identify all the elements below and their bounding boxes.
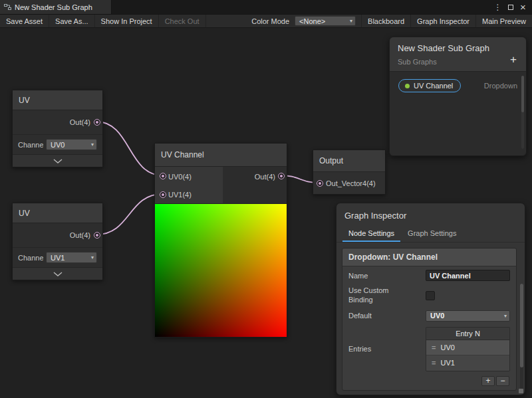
node-uv-channel[interactable]: UV Channel UV0(4) UV1(4) Out(4) [154,143,287,338]
inspector-scrollbar[interactable] [520,284,523,391]
entries-header: Entry N [426,328,509,340]
port-label: Out(4) [70,118,90,126]
main-preview-toggle-button[interactable]: Main Preview [476,15,532,27]
entry-row-uv1[interactable]: = UV1 [426,355,509,371]
entries-footer: + − [342,373,516,386]
entries-list: Entry N = UV0 = UV1 [426,327,510,371]
remove-entry-button[interactable]: − [496,376,509,386]
drag-handle-icon[interactable]: = [432,359,436,367]
output-port[interactable] [94,232,100,239]
save-as-button[interactable]: Save As... [49,15,95,27]
port-label: Out(4) [255,173,275,181]
collapse-chevron-button[interactable] [13,267,102,280]
menu-kebab-icon[interactable]: ⋮ [493,2,503,13]
blackboard-item-uv-channel[interactable]: UV Channel [398,79,461,92]
channel-dropdown[interactable]: UV1 ▾ [46,252,97,263]
channel-value: UV1 [51,254,65,262]
edge-uv0-to-uvchannel[interactable] [96,122,162,175]
show-in-project-button[interactable]: Show In Project [95,15,159,27]
node-title[interactable]: UV [13,90,102,110]
channel-value: UV0 [51,141,65,149]
default-dropdown[interactable]: UV0 ▾ [426,310,510,322]
input-port-uv0[interactable] [160,173,166,179]
default-value: UV0 [430,312,444,320]
color-mode-dropdown[interactable]: <None> ▾ [295,16,356,26]
graph-inspector-toggle-button[interactable]: Graph Inspector [411,15,476,27]
channel-row: Channel UV1 ▾ [13,247,102,267]
add-property-button[interactable]: + [507,53,519,66]
tab-node-settings[interactable]: Node Settings [342,227,400,242]
node-output[interactable]: Output Out_Vector4(4) [313,149,386,195]
tab-graph-settings[interactable]: Graph Settings [402,227,462,242]
node-title[interactable]: UV Channel [155,144,287,167]
entries-row: Entries Entry N = UV0 = UV1 [342,324,516,373]
output-row: Out(4) [13,110,102,134]
graph-canvas[interactable]: UV Out(4) Channel UV0 ▾ UV Out( [0,28,532,398]
dropdown-property-dot-icon [405,84,410,88]
section-title: Dropdown: UV Channel [342,249,516,266]
output-port[interactable] [278,173,285,179]
channel-label: Channel [18,141,43,149]
blackboard-toggle-button[interactable]: Blackboard [361,15,411,27]
node-body: Out_Vector4(4) [313,172,385,194]
tab-bar: New Shader Sub Graph ⋮ × [0,0,532,15]
channel-label: Channel [18,254,43,262]
inspector-tabs: Node Settings Graph Settings [336,227,525,243]
graph-toolbar: Save Asset Save As... Show In Project Ch… [0,15,532,28]
custom-binding-row: Use Custom Binding [342,283,516,307]
chevron-down-icon: ▾ [504,313,507,319]
drag-handle-icon[interactable]: = [432,344,436,351]
name-label: Name [348,272,426,280]
blackboard-list: UV Channel Dropdown [390,72,526,155]
blackboard-item-type: Dropdown [484,82,517,90]
blackboard-panel: New Shader Sub Graph Sub Graphs + UV Cha… [389,37,527,156]
maximize-icon[interactable] [505,2,515,13]
color-mode-value: <None> [299,17,325,25]
graph-inspector-panel: Graph Inspector Node Settings Graph Sett… [336,203,525,395]
graph-inspector-title[interactable]: Graph Inspector [336,203,525,227]
port-label: Out_Vector4(4) [326,179,376,187]
node-uv-2[interactable]: UV Out(4) Channel UV1 ▾ [12,203,103,280]
inspector-body: Dropdown: UV Channel Name Use Custom Bin… [336,243,525,395]
port-label: UV0(4) [168,173,192,181]
blackboard-title: New Shader Sub Graph [398,43,518,53]
save-asset-button[interactable]: Save Asset [0,15,49,27]
name-row: Name [342,266,516,283]
chevron-down-icon [53,159,63,163]
close-icon[interactable]: × [518,2,528,13]
output-row: Out(4) [13,223,102,247]
shader-graph-window: New Shader Sub Graph ⋮ × Save Asset Save… [0,0,532,398]
color-mode-label: Color Mode [246,15,295,27]
default-row: Default UV0 ▾ [342,307,516,324]
chevron-down-icon: ▾ [350,18,352,24]
blackboard-header[interactable]: New Shader Sub Graph Sub Graphs + [390,37,526,72]
window-controls: ⋮ × [493,0,532,14]
default-label: Default [348,312,426,320]
entry-row-uv0[interactable]: = UV0 [426,340,509,355]
blackboard-item-row: UV Channel Dropdown [398,79,517,92]
add-entry-button[interactable]: + [481,376,495,386]
node-title[interactable]: UV [13,203,102,223]
dropdown-settings-section: Dropdown: UV Channel Name Use Custom Bin… [342,248,517,391]
tab-title: New Shader Sub Graph [15,3,92,11]
blackboard-subtitle: Sub Graphs [398,58,518,66]
name-input[interactable] [426,270,510,281]
output-port[interactable] [94,119,100,126]
input-port-uv1[interactable] [160,191,166,198]
entries-label: Entries [348,345,426,353]
port-label: UV1(4) [168,191,192,199]
node-title[interactable]: Output [313,150,385,172]
uv-gradient-preview [155,204,287,337]
blackboard-scrollbar[interactable] [521,76,524,149]
edge-uv1-to-uvchannel[interactable] [96,194,162,235]
port-label: Out(4) [70,231,90,239]
input-port[interactable] [317,180,323,187]
use-custom-binding-label: Use Custom Binding [348,286,400,305]
check-out-button: Check Out [159,15,206,27]
use-custom-binding-checkbox[interactable] [426,291,435,300]
tab-new-shader-sub-graph[interactable]: New Shader Sub Graph [0,0,112,14]
channel-dropdown[interactable]: UV0 ▾ [46,139,97,150]
collapse-chevron-button[interactable] [13,154,102,167]
resize-grip[interactable] [519,389,523,393]
node-uv-1[interactable]: UV Out(4) Channel UV0 ▾ [12,90,103,167]
